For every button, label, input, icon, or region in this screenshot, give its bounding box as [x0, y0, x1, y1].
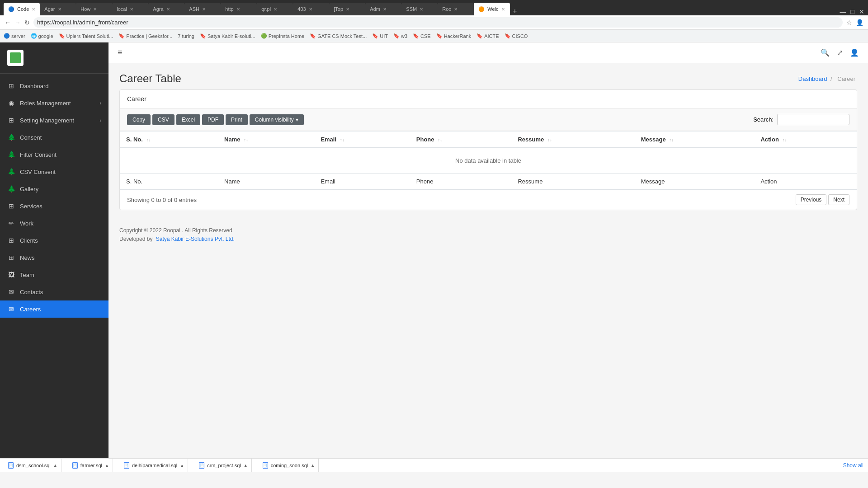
expand-icon[interactable]: ⤢	[837, 48, 843, 57]
bookmark-gate[interactable]: 🔖GATE CS Mock Test...	[310, 33, 367, 39]
tab-roo[interactable]: Roo ✕	[438, 3, 474, 15]
bookmark-geeksfor[interactable]: 🔖Practice | Geeksfor...	[118, 33, 172, 39]
file-icon: 📄	[199, 462, 204, 469]
sidebar-item-gallery[interactable]: 🌲 Gallery	[0, 180, 108, 197]
tab-403[interactable]: 403 ✕	[293, 3, 329, 15]
col-sno[interactable]: S. No. ↑↓	[120, 131, 218, 148]
close-button[interactable]: ✕	[859, 8, 864, 15]
tab-close[interactable]: ✕	[202, 7, 206, 12]
tab-ssm[interactable]: SSM ✕	[401, 3, 438, 15]
excel-button[interactable]: Excel	[176, 114, 200, 125]
download-expand-icon[interactable]: ▲	[244, 463, 248, 468]
csv-button[interactable]: CSV	[152, 114, 175, 125]
search-input[interactable]	[777, 114, 849, 125]
column-visibility-button[interactable]: Column visibility ▾	[250, 114, 304, 125]
bookmark-button[interactable]: ☆	[846, 19, 852, 26]
col-ressume[interactable]: Ressume ↑↓	[511, 131, 634, 148]
tab-close[interactable]: ✕	[166, 7, 170, 12]
sidebar-item-news[interactable]: ⊞ News	[0, 249, 108, 266]
tab-close[interactable]: ✕	[454, 7, 458, 12]
url-input[interactable]	[33, 17, 843, 28]
footer-col-name: Name	[218, 174, 314, 190]
tab-qr[interactable]: qr.pl ✕	[257, 3, 293, 15]
bookmark-satya[interactable]: 🔖Satya Kabir E-soluti...	[200, 33, 255, 39]
reload-button[interactable]: ↻	[24, 19, 30, 26]
tab-welc[interactable]: 🟠 Welc ✕	[474, 3, 510, 15]
tab-agar[interactable]: Agar ✕	[40, 3, 76, 15]
bookmark-hackerrank[interactable]: 🔖HackerRank	[436, 33, 472, 39]
sidebar-item-roles[interactable]: ◉ Roles Management ‹	[0, 94, 108, 112]
previous-button[interactable]: Previous	[796, 194, 827, 205]
new-tab-button[interactable]: +	[510, 7, 519, 15]
col-action[interactable]: Action ↑↓	[754, 131, 857, 148]
tab-close[interactable]: ✕	[383, 7, 387, 12]
pdf-button[interactable]: PDF	[202, 114, 224, 125]
download-expand-icon[interactable]: ▲	[180, 463, 184, 468]
sidebar-item-label: Consent	[20, 134, 42, 141]
tab-top[interactable]: [Top ✕	[329, 3, 365, 15]
tab-close[interactable]: ✕	[346, 7, 349, 12]
tab-close[interactable]: ✕	[309, 7, 312, 12]
tab-close[interactable]: ✕	[420, 7, 423, 12]
sidebar-item-services[interactable]: ⊞ Services	[0, 197, 108, 215]
tab-ash[interactable]: ASH ✕	[184, 3, 221, 15]
bookmark-cse[interactable]: 🔖CSE	[413, 33, 431, 39]
tab-how[interactable]: How ✕	[76, 3, 112, 15]
bookmark-server[interactable]: 🔵server	[4, 33, 25, 39]
bookmark-uplers[interactable]: 🔖Uplers Talent Soluti...	[59, 33, 113, 39]
download-expand-icon[interactable]: ▲	[53, 463, 57, 468]
show-all-downloads-button[interactable]: Show all	[843, 462, 863, 469]
breadcrumb-home-link[interactable]: Dashboard	[798, 75, 827, 82]
tab-close[interactable]: ✕	[130, 7, 133, 12]
tab-agra[interactable]: Agra ✕	[148, 3, 184, 15]
search-icon[interactable]: 🔍	[821, 48, 830, 57]
bookmarks-bar: 🔵server 🌐google 🔖Uplers Talent Soluti...…	[0, 30, 868, 42]
bookmark-prepinsta[interactable]: 🟢PrepInsta Home	[261, 33, 304, 39]
tab-close[interactable]: ✕	[501, 7, 505, 12]
user-icon[interactable]: 👤	[850, 48, 859, 57]
tab-close[interactable]: ✕	[32, 7, 35, 12]
tab-adm[interactable]: Adm ✕	[365, 3, 401, 15]
bookmark-aicte[interactable]: 🔖AICTE	[476, 33, 499, 39]
sidebar-item-contacts[interactable]: ✉ Contacts	[0, 283, 108, 300]
forward-button[interactable]: →	[14, 19, 21, 26]
sidebar-item-csv-consent[interactable]: 🌲 CSV Consent	[0, 163, 108, 180]
sidebar-item-clients[interactable]: ⊞ Clients	[0, 232, 108, 249]
download-expand-icon[interactable]: ▲	[105, 463, 109, 468]
tab-close[interactable]: ✕	[93, 7, 97, 12]
bookmark-w3[interactable]: 🔖w3	[393, 33, 407, 39]
tab-close[interactable]: ✕	[58, 7, 61, 12]
copy-button[interactable]: Copy	[127, 114, 151, 125]
content-area: Career Copy CSV Excel PDF Print Column v…	[119, 89, 857, 210]
col-name[interactable]: Name ↑↓	[218, 131, 314, 148]
download-expand-icon[interactable]: ▲	[311, 463, 315, 468]
sidebar-item-team[interactable]: 🖼 Team	[0, 266, 108, 283]
sidebar-item-consent[interactable]: 🌲 Consent	[0, 129, 108, 146]
next-button[interactable]: Next	[828, 194, 849, 205]
tab-close[interactable]: ✕	[274, 7, 277, 12]
print-button[interactable]: Print	[226, 114, 248, 125]
developer-link[interactable]: Satya Kabir E-Solutions Pvt. Ltd.	[156, 236, 235, 242]
sort-icon: ↑↓	[547, 137, 552, 142]
sidebar-item-settings[interactable]: ⊞ Setting Management ‹	[0, 112, 108, 129]
bookmark-cisco[interactable]: 🔖CISCO	[505, 33, 528, 39]
bookmark-uit[interactable]: 🔖UIT	[372, 33, 388, 39]
minimize-button[interactable]: —	[840, 8, 846, 15]
tab-close[interactable]: ✕	[236, 7, 240, 12]
maximize-button[interactable]: □	[851, 8, 854, 15]
profile-button[interactable]: 👤	[856, 19, 863, 26]
sidebar-item-work[interactable]: ✏ Work	[0, 215, 108, 232]
bookmark-turing[interactable]: 7turing	[178, 33, 194, 39]
sidebar-item-filter-consent[interactable]: 🌲 Filter Consent	[0, 146, 108, 163]
back-button[interactable]: ←	[5, 19, 11, 26]
sidebar-item-dashboard[interactable]: ⊞ Dashboard	[0, 77, 108, 94]
menu-toggle-icon[interactable]: ≡	[118, 48, 123, 57]
col-message[interactable]: Message ↑↓	[635, 131, 755, 148]
tab-local[interactable]: local ✕	[112, 3, 148, 15]
tab-code[interactable]: 🔵 Code ✕	[4, 3, 40, 15]
col-email[interactable]: Email ↑↓	[314, 131, 410, 148]
sidebar-item-careers[interactable]: ✉ Careers	[0, 300, 108, 318]
col-phone[interactable]: Phone ↑↓	[410, 131, 512, 148]
tab-http[interactable]: http ✕	[221, 3, 257, 15]
bookmark-google[interactable]: 🌐google	[31, 33, 53, 39]
